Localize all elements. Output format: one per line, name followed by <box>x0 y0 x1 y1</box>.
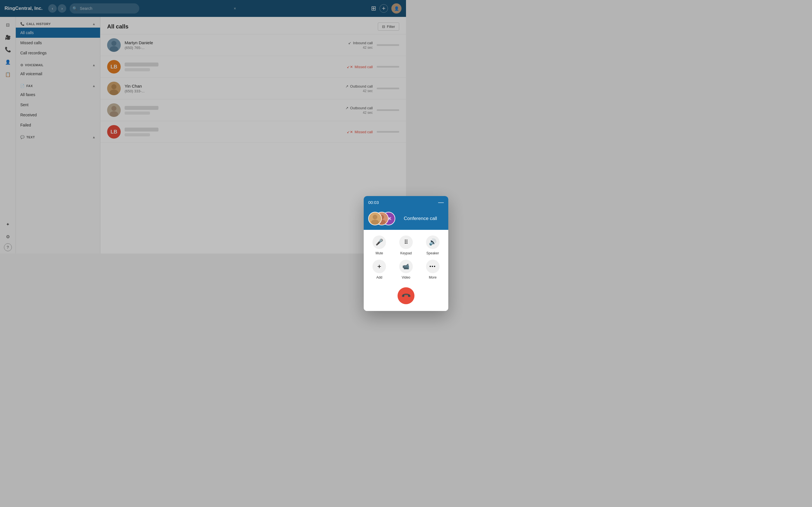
modal-overlay: 00:03 — <box>0 0 406 253</box>
call-modal: 00:03 — <box>364 196 406 253</box>
conf-avatar-1 <box>368 212 382 225</box>
svg-point-10 <box>373 215 377 219</box>
call-modal-body: 🎤 Mute ⠿ Keypad 🔊 Speaker + Add <box>364 230 406 253</box>
mute-label: Mute <box>375 251 383 253</box>
keypad-icon: ⠿ <box>399 235 406 249</box>
mute-icon: 🎤 <box>372 235 386 249</box>
keypad-button[interactable]: ⠿ Keypad <box>395 235 406 253</box>
call-timer: 00:03 <box>368 200 379 205</box>
call-modal-avatars: KK Conference call <box>364 209 406 230</box>
conference-avatars: KK <box>368 212 395 225</box>
call-controls-grid: 🎤 Mute ⠿ Keypad 🔊 Speaker + Add <box>368 235 406 253</box>
mute-button[interactable]: 🎤 Mute <box>368 235 391 253</box>
keypad-label: Keypad <box>400 251 406 253</box>
svg-point-11 <box>371 220 379 225</box>
call-conference-label: Conference call <box>404 216 406 221</box>
call-modal-header: 00:03 — <box>364 196 406 209</box>
